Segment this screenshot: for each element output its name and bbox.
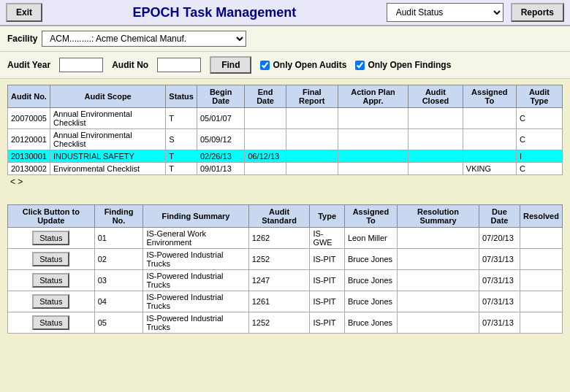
only-open-audits-checkbox[interactable] (260, 61, 270, 70)
table-cell: 20120001 (8, 129, 50, 150)
table-cell (398, 270, 479, 291)
reports-button[interactable]: Reports (511, 3, 564, 22)
table-row[interactable]: 20130001INDUSTRIAL SAFETYT02/26/1306/12/… (8, 150, 563, 163)
findings-col-header: Resolved (520, 205, 563, 228)
findings-col-header: Audit Standard (248, 205, 310, 228)
findings-section: Click Button to UpdateFinding No.Finding… (0, 201, 570, 339)
table-cell: 1247 (248, 270, 310, 291)
audit-col-header: Begin Date (197, 85, 244, 108)
table-cell (286, 163, 338, 175)
audit-year-input[interactable] (59, 58, 103, 72)
table-cell: T (166, 163, 197, 175)
status-button[interactable]: Status (32, 315, 69, 330)
table-cell (520, 312, 563, 334)
table-cell: 1261 (248, 291, 310, 312)
table-cell: IS-General Work Environment (143, 228, 248, 249)
table-cell: INDUSTRIAL SAFETY (50, 150, 165, 163)
table-cell: Bruce Jones (344, 291, 397, 312)
audit-col-header: Audit No. (8, 85, 50, 108)
audit-year-label: Audit Year (7, 60, 50, 70)
table-cell (520, 270, 563, 291)
audit-col-header: Audit Type (516, 85, 562, 108)
table-cell (408, 150, 463, 163)
only-open-audits-group: Only Open Audits (260, 60, 346, 70)
app-title: EPOCH Task Management (50, 5, 379, 20)
facility-label: Facility (7, 34, 37, 44)
status-dropdown[interactable]: Audit Status (387, 3, 503, 22)
table-cell: 03 (94, 270, 143, 291)
table-cell: 07/31/13 (479, 312, 520, 334)
table-cell: IS-Powered Industrial Trucks (143, 270, 248, 291)
only-open-audits-label: Only Open Audits (273, 60, 346, 70)
status-button-cell: Status (8, 270, 95, 291)
table-cell: 07/31/13 (479, 291, 520, 312)
table-cell: IS-PIT (310, 312, 344, 334)
findings-table-body: Status01IS-General Work Environment1262I… (8, 228, 563, 334)
status-button-cell: Status (8, 291, 95, 312)
findings-table: Click Button to UpdateFinding No.Finding… (7, 204, 563, 334)
table-cell (408, 108, 463, 129)
table-cell (286, 108, 338, 129)
table-cell: Bruce Jones (344, 249, 397, 270)
status-button[interactable]: Status (32, 294, 69, 309)
table-cell: 05/01/07 (197, 108, 244, 129)
table-cell: IS-PIT (310, 249, 344, 270)
table-cell (398, 291, 479, 312)
table-row[interactable]: 20120001Annual Environmental ChecklistS0… (8, 129, 563, 150)
table-cell: 20070005 (8, 108, 50, 129)
table-cell: C (516, 129, 562, 150)
table-row: Status02IS-Powered Industrial Trucks1252… (8, 249, 563, 270)
table-cell: IS-Powered Industrial Trucks (143, 291, 248, 312)
facility-select[interactable]: ACM.........: Acme Chemical Manuf. (42, 31, 246, 47)
table-cell: IS-GWE (310, 228, 344, 249)
table-cell (408, 129, 463, 150)
table-row: Status05IS-Powered Industrial Trucks1252… (8, 312, 563, 334)
table-cell: Annual Environmental Checklist (50, 129, 165, 150)
table-cell (463, 150, 516, 163)
table-cell: VKING (463, 163, 516, 175)
table-cell: Annual Environmental Checklist (50, 108, 165, 129)
table-cell: 06/12/13 (245, 150, 286, 163)
findings-col-header: Type (310, 205, 344, 228)
findings-col-header: Click Button to Update (8, 205, 95, 228)
audit-table-section: Audit No.Audit ScopeStatusBegin DateEnd … (0, 79, 570, 194)
status-button[interactable]: Status (32, 252, 69, 266)
table-cell: S (166, 129, 197, 150)
table-cell: 1252 (248, 249, 310, 270)
table-cell: 20130001 (8, 150, 50, 163)
audit-table-body: 20070005Annual Environmental ChecklistT0… (8, 108, 563, 175)
table-row: Status04IS-Powered Industrial Trucks1261… (8, 291, 563, 312)
table-cell (338, 108, 408, 129)
audit-col-header: Action Plan Appr. (338, 85, 408, 108)
exit-button[interactable]: Exit (6, 3, 42, 22)
table-row: Status03IS-Powered Industrial Trucks1247… (8, 270, 563, 291)
table-cell: 09/01/13 (197, 163, 244, 175)
status-button[interactable]: Status (32, 273, 69, 288)
audit-no-input[interactable] (157, 58, 201, 72)
facility-bar: Facility ACM.........: Acme Chemical Man… (0, 26, 570, 52)
table-cell (245, 163, 286, 175)
table-row[interactable]: 20130002Environmental ChecklistT09/01/13… (8, 163, 563, 175)
findings-table-header: Click Button to UpdateFinding No.Finding… (8, 205, 563, 228)
table-cell (408, 163, 463, 175)
table-cell: Leon Miller (344, 228, 397, 249)
audit-table: Audit No.Audit ScopeStatusBegin DateEnd … (7, 85, 563, 175)
table-cell (338, 129, 408, 150)
table-cell: 02 (94, 249, 143, 270)
table-cell: C (516, 163, 562, 175)
table-cell: T (166, 108, 197, 129)
status-button[interactable]: Status (32, 231, 69, 245)
table-cell: 01 (94, 228, 143, 249)
only-open-findings-checkbox[interactable] (355, 61, 365, 70)
findings-col-header: Assigned To (344, 205, 397, 228)
findings-col-header: Finding Summary (143, 205, 248, 228)
audit-no-label: Audit No (112, 60, 148, 70)
table-row[interactable]: 20070005Annual Environmental ChecklistT0… (8, 108, 563, 129)
table-cell: 1252 (248, 312, 310, 334)
audit-col-header: Status (166, 85, 197, 108)
table-cell: Bruce Jones (344, 270, 397, 291)
audit-pagination[interactable]: < > (7, 175, 563, 188)
find-button[interactable]: Find (210, 56, 251, 74)
table-cell (338, 150, 408, 163)
table-cell: 07/31/13 (479, 270, 520, 291)
